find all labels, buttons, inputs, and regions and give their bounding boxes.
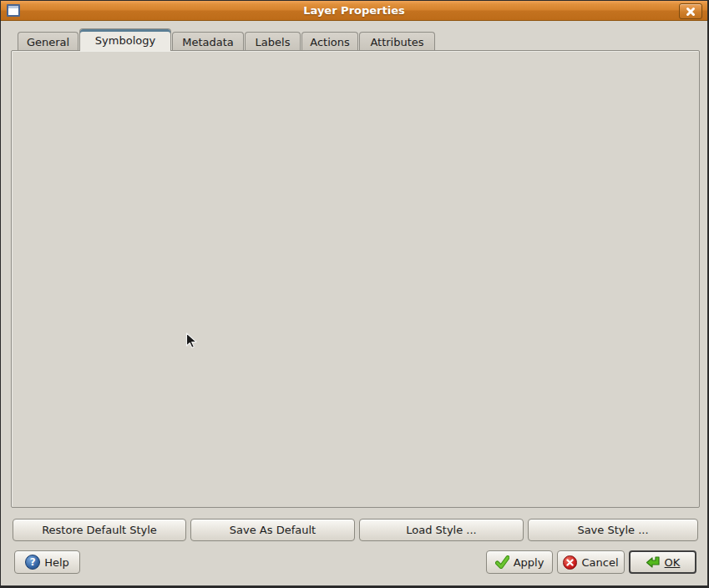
tab-general[interactable]: General xyxy=(18,32,78,51)
apply-check-icon xyxy=(495,555,509,569)
button-label: Save Style ... xyxy=(577,524,648,536)
ok-button[interactable]: OK xyxy=(629,550,696,574)
titlebar: Layer Properties xyxy=(1,1,707,21)
close-button[interactable] xyxy=(679,3,702,19)
button-label: Cancel xyxy=(581,556,618,569)
cancel-button[interactable]: Cancel xyxy=(557,550,625,574)
tab-attributes[interactable]: Attributes xyxy=(359,32,435,51)
button-label: Load Style ... xyxy=(406,524,477,536)
window-title: Layer Properties xyxy=(303,4,405,17)
tab-bar: General Symbology Metadata Labels Action… xyxy=(18,28,436,51)
save-as-default-button[interactable]: Save As Default xyxy=(190,519,355,541)
tab-label: Metadata xyxy=(182,36,234,48)
tab-actions[interactable]: Actions xyxy=(301,32,358,51)
tab-metadata[interactable]: Metadata xyxy=(172,32,244,51)
help-icon: ? xyxy=(25,555,40,570)
window-menu-icon[interactable] xyxy=(7,4,20,17)
load-style-button[interactable]: Load Style ... xyxy=(359,519,524,541)
help-button[interactable]: ? Help xyxy=(14,550,80,574)
tab-symbology[interactable]: Symbology xyxy=(79,28,171,51)
tab-label: Labels xyxy=(256,36,291,48)
tab-label: Symbology xyxy=(95,34,155,47)
tab-label: General xyxy=(27,36,69,48)
symbology-page xyxy=(11,50,700,508)
button-label: Help xyxy=(44,556,69,569)
button-label: Save As Default xyxy=(230,524,316,536)
button-label: Restore Default Style xyxy=(42,524,157,536)
apply-button[interactable]: Apply xyxy=(486,550,553,574)
cancel-icon xyxy=(563,555,577,570)
tab-label: Actions xyxy=(310,36,350,48)
close-icon xyxy=(686,7,696,17)
button-label: OK xyxy=(665,556,681,569)
restore-default-style-button[interactable]: Restore Default Style xyxy=(13,519,186,541)
tab-labels[interactable]: Labels xyxy=(245,32,301,51)
save-style-button[interactable]: Save Style ... xyxy=(528,519,698,541)
tab-label: Attributes xyxy=(370,36,423,48)
button-label: Apply xyxy=(514,556,544,569)
layer-properties-dialog: Layer Properties General Symbology Metad… xyxy=(0,0,709,588)
ok-return-arrow-icon xyxy=(646,555,661,570)
